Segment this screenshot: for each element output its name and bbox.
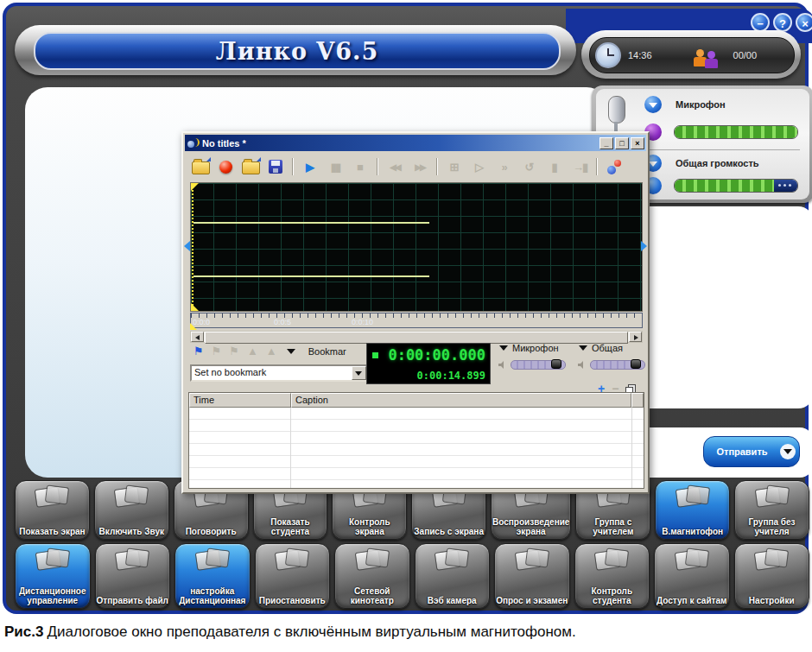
clock-time: 14:36 [628,50,652,60]
dialog-titlebar[interactable]: No titles * _ □ × [185,135,646,151]
show-screen-icon [33,485,71,511]
marker-top-icon [191,183,199,191]
btn-webcam[interactable]: Вэб камера [415,543,491,609]
dialog-minimize-button[interactable]: _ [599,137,613,149]
toolbar-separator [377,158,378,175]
send-button-label: Отправить [704,446,780,457]
open-file-icon[interactable] [190,156,211,177]
title-lozenge: Линко V6.5 [34,32,561,70]
btn-settings[interactable]: Настройки [734,543,810,609]
status-panel: 14:36 00/00 [581,30,801,79]
send-dropdown-icon[interactable] [780,444,796,459]
cut-bookmark2-icon[interactable]: ⚑ [229,345,239,358]
enable-sound-icon [112,485,150,511]
timeline-ruler[interactable]: 0:0:0 0:0:5 0:0:10 [190,313,643,328]
volume-label: Общая громкость [676,158,759,168]
dialog-restore-button[interactable]: □ [615,137,629,149]
btn-network-cinema[interactable]: Сетевой кинотеатр [334,543,410,609]
segment-next-icon[interactable]: » [494,156,515,177]
send-button[interactable]: Отправить [703,436,800,467]
waveform-channel-1 [193,222,429,224]
btn-remote-control[interactable]: Дистанционное управление [15,543,91,609]
position-icon[interactable]: ▮ [544,156,565,177]
save-icon[interactable] [265,156,286,177]
master-mixer-label: Общая [592,343,623,353]
volume-level-bar [674,179,798,193]
bookmark-dropdown-icon[interactable] [287,349,295,354]
import-file-icon[interactable] [240,156,261,177]
bookmark-combobox[interactable]: Set no bookmark [190,364,368,382]
master-slider-knob[interactable] [631,359,641,369]
dialog-title: No titles * [202,138,246,149]
quiz-exam-icon [513,548,551,574]
btn-remote-settings[interactable]: настройка Дистанционная [174,543,251,609]
step-forward-icon[interactable]: ▶▶ [409,156,430,177]
insert-segment-icon[interactable]: ⊞ [444,156,465,177]
btn-enable-sound[interactable]: Включить Звук [94,480,169,540]
time-counter-display: 0:00:00.000 0:00:14.899 [366,343,491,384]
master-mixer-dropdown-icon[interactable] [579,345,587,351]
dialog-close-button[interactable]: × [631,137,644,149]
wave-scrollbar[interactable] [190,331,643,343]
users-count: 00/00 [733,50,758,60]
btn-site-access[interactable]: Доступ к сайтам [654,543,730,609]
all-bookmarks-icon[interactable]: ▲ [266,345,277,358]
btn-virtual-recorder[interactable]: В.магнитофон [655,480,730,540]
btn-quiz-exam[interactable]: Опрос и экзамен [494,543,570,609]
table-row [189,480,644,488]
btn-student-control[interactable]: Контроль студента [574,543,650,609]
mic-slider-knob[interactable] [551,359,561,369]
prev-bookmark-icon[interactable]: ▲ [247,345,258,358]
bookmark-combo-value: Set no bookmark [194,367,266,377]
settings-icon [752,548,790,574]
help-button[interactable]: ? [773,13,792,32]
seek-right-icon[interactable] [641,241,647,251]
options-icon[interactable] [604,156,625,177]
remote-settings-icon [193,548,232,574]
send-file-icon [113,548,151,574]
btn-pause-all[interactable]: Приостановить [255,543,331,609]
button-row-2: Дистанционное управление Отправить файл … [13,543,811,609]
screen: Линко V6.5 − ? × 14:36 00/00 [0,0,812,652]
sound-app-icon [187,137,200,149]
step-back-icon[interactable]: ◀◀ [384,156,405,177]
remote-control-icon [34,548,72,574]
scrollbar-thumb[interactable] [205,332,628,344]
speaker-icon [498,360,507,370]
column-header-time[interactable]: Time [189,393,291,408]
waveform-display[interactable] [190,182,643,312]
mic-volume-slider[interactable] [511,360,566,370]
cut-bookmark-icon[interactable]: ⚑ [212,345,222,358]
webcam-icon [433,548,471,574]
stop-icon[interactable]: ■ [350,156,371,177]
seek-left-icon[interactable] [184,241,190,251]
repeat-icon[interactable]: ↺ [519,156,540,177]
caption-table-body[interactable] [189,408,644,488]
scroll-right-icon[interactable] [629,332,642,342]
btn-group-without-teacher[interactable]: Группа без учителя [734,480,809,540]
mic-mixer-dropdown-icon[interactable] [499,345,508,351]
mic-level-bar [674,125,798,139]
master-volume-slider[interactable] [590,360,645,370]
virtual-recorder-icon [674,485,712,511]
btn-show-screen[interactable]: Показать экран [15,480,90,540]
record-icon[interactable] [215,156,236,177]
play-icon[interactable]: ▶ [300,156,320,177]
column-header-end[interactable] [631,393,644,408]
table-row [189,456,644,468]
segment-play-icon[interactable]: ▷ [469,156,490,177]
student-control-icon [593,548,631,574]
table-row [189,468,644,480]
mic-dropdown-button[interactable] [644,96,662,113]
scroll-left-icon[interactable] [191,332,204,342]
minimize-button[interactable]: − [751,13,770,32]
combo-dropdown-icon[interactable] [352,366,366,380]
go-end-icon[interactable]: →▮ [569,156,590,177]
set-bookmark-icon[interactable]: ⚑ [193,345,204,358]
column-header-caption[interactable]: Caption [291,393,631,408]
bookmark-label: Bookmar [308,346,346,357]
btn-send-file[interactable]: Отправить файл [95,543,171,609]
tick-label: 0:0:5 [274,318,291,326]
pause-icon[interactable]: ▮▮ [325,156,346,177]
close-button[interactable]: × [796,13,812,32]
